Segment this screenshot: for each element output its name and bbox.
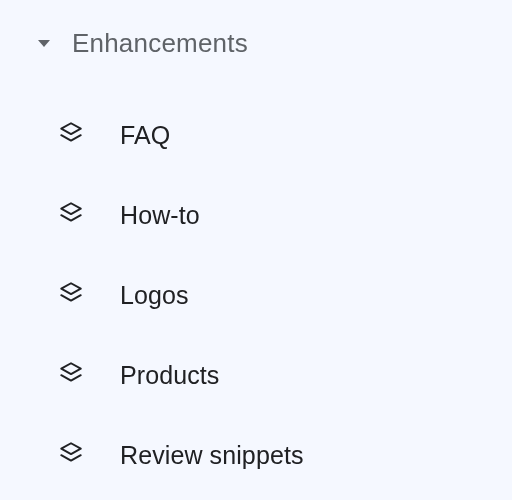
caret-down-icon xyxy=(38,40,50,47)
layers-icon xyxy=(58,360,120,390)
menu-item-faq[interactable]: FAQ xyxy=(0,95,512,175)
svg-marker-2 xyxy=(61,283,81,294)
menu-item-label: Review snippets xyxy=(120,441,304,470)
menu-item-products[interactable]: Products xyxy=(0,335,512,415)
layers-icon xyxy=(58,440,120,470)
svg-marker-0 xyxy=(61,123,81,134)
layers-icon xyxy=(58,120,120,150)
svg-marker-3 xyxy=(61,363,81,374)
menu-item-label: FAQ xyxy=(120,121,170,150)
svg-marker-4 xyxy=(61,443,81,454)
svg-marker-1 xyxy=(61,203,81,214)
section-header-enhancements[interactable]: Enhancements xyxy=(0,28,512,59)
enhancements-section: Enhancements FAQ How-to Logos xyxy=(0,0,512,495)
menu-item-label: How-to xyxy=(120,201,200,230)
menu-item-label: Logos xyxy=(120,281,189,310)
menu-item-review-snippets[interactable]: Review snippets xyxy=(0,415,512,495)
layers-icon xyxy=(58,200,120,230)
menu-item-howto[interactable]: How-to xyxy=(0,175,512,255)
menu-item-logos[interactable]: Logos xyxy=(0,255,512,335)
layers-icon xyxy=(58,280,120,310)
section-title: Enhancements xyxy=(72,28,248,59)
menu-item-label: Products xyxy=(120,361,219,390)
